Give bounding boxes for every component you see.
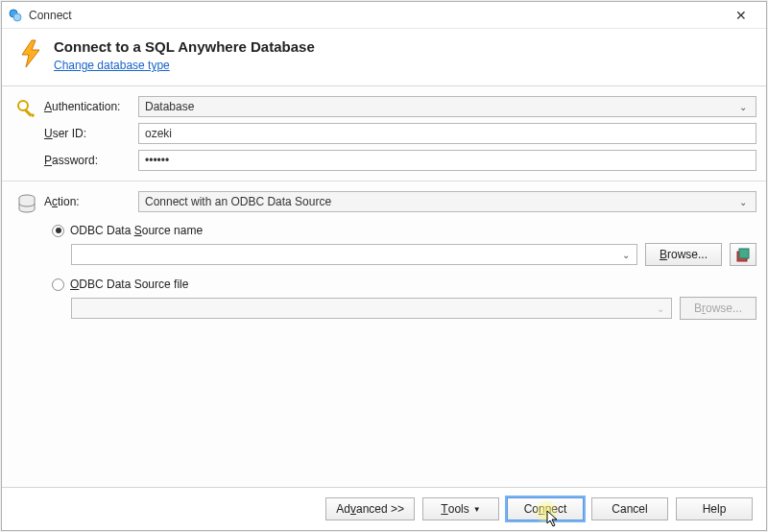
svg-point-1: [13, 13, 21, 21]
odbc-file-radio[interactable]: [52, 278, 64, 291]
chevron-down-icon: ⌄: [736, 102, 750, 112]
odbc-file-radio-row[interactable]: ODBC Data Source file: [52, 278, 756, 291]
password-label: Password:: [42, 154, 138, 167]
odbc-radio-group: ODBC Data Source name ⌄ Browse...: [42, 224, 756, 320]
chevron-down-icon: ⌄: [619, 250, 633, 260]
tools-button[interactable]: Tools▼: [422, 497, 499, 520]
svg-marker-2: [22, 40, 39, 67]
header-text: Connect to a SQL Anywhere Database Chang…: [54, 38, 315, 72]
action-section: Action: Connect with an ODBC Data Source…: [2, 181, 766, 329]
authentication-section: Authentication: Database ⌄ User ID: Pass…: [2, 86, 766, 181]
odbc-admin-button[interactable]: [730, 243, 756, 266]
connect-button[interactable]: Connect: [507, 497, 584, 520]
dialog-body: Authentication: Database ⌄ User ID: Pass…: [2, 86, 766, 487]
cancel-button[interactable]: Cancel: [591, 497, 668, 520]
odbc-name-radio-row[interactable]: ODBC Data Source name: [52, 224, 756, 237]
authentication-label: Authentication:: [42, 100, 138, 113]
svg-rect-8: [739, 249, 749, 258]
titlebar: Connect ✕: [2, 2, 766, 29]
userid-label: User ID:: [42, 127, 138, 140]
userid-input[interactable]: [138, 123, 756, 144]
lightning-icon: [15, 38, 46, 69]
odbc-file-combo: ⌄: [71, 298, 672, 319]
authentication-value: Database: [145, 100, 194, 113]
browse-file-button: Browse...: [680, 297, 756, 320]
dialog-header: Connect to a SQL Anywhere Database Chang…: [2, 29, 766, 86]
database-icon: [12, 191, 42, 320]
chevron-down-icon: ⌄: [736, 197, 750, 207]
dialog-footer: Advanced >> Tools▼ Connect Cancel Help: [2, 487, 766, 530]
help-button[interactable]: Help: [676, 497, 753, 520]
close-button[interactable]: ✕: [722, 4, 760, 27]
authentication-select[interactable]: Database ⌄: [138, 96, 756, 117]
odbc-name-combo[interactable]: ⌄: [71, 244, 637, 265]
password-input[interactable]: ••••••: [138, 150, 756, 171]
change-db-type-link[interactable]: Change database type: [54, 59, 170, 72]
connect-dialog: Connect ✕ Connect to a SQL Anywhere Data…: [1, 1, 767, 531]
odbc-name-radio[interactable]: [52, 225, 64, 237]
window-title: Connect: [29, 9, 722, 22]
key-icon: [12, 96, 42, 171]
browse-name-button[interactable]: Browse...: [645, 243, 722, 266]
action-label: Action:: [42, 195, 138, 208]
action-select[interactable]: Connect with an ODBC Data Source ⌄: [138, 191, 756, 212]
app-icon: [8, 8, 23, 23]
advanced-button[interactable]: Advanced >>: [325, 497, 415, 520]
chevron-down-icon: ⌄: [654, 303, 667, 314]
page-title: Connect to a SQL Anywhere Database: [54, 38, 315, 55]
odbc-file-radio-label: ODBC Data Source file: [70, 278, 188, 291]
odbc-name-radio-label: ODBC Data Source name: [70, 224, 203, 237]
action-value: Connect with an ODBC Data Source: [145, 195, 331, 208]
